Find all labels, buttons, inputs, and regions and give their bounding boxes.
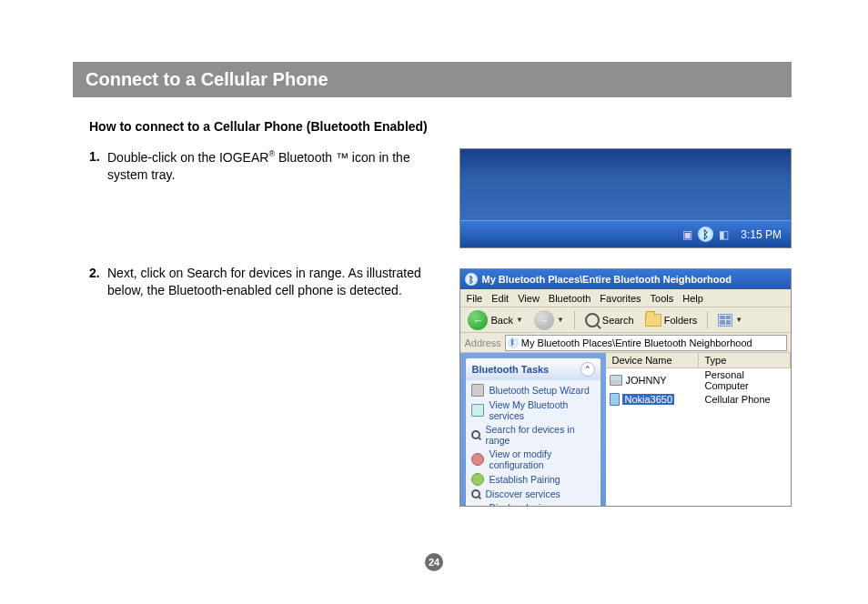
tasks-header[interactable]: Bluetooth Tasks ⌃ (466, 358, 601, 380)
tasks-panel: Bluetooth Tasks ⌃ Bluetooth Setup Wizard… (460, 353, 606, 506)
network-icon: ◧ (716, 226, 732, 242)
device-type-label: Personal Computer (699, 369, 791, 391)
menu-file[interactable]: File (466, 293, 482, 304)
toolbar: ← Back ▼ → ▼ Search Folde (460, 307, 791, 333)
task-item[interactable]: Display device properties (471, 502, 595, 506)
chevron-down-icon: ▼ (557, 316, 564, 324)
task-icon (471, 453, 484, 466)
task-icon (471, 404, 484, 417)
forward-arrow-icon: → (534, 310, 554, 330)
address-path-text: My Bluetooth Places\Entire Bluetooth Nei… (521, 337, 752, 348)
task-item[interactable]: Bluetooth Setup Wizard (471, 384, 595, 397)
chevron-up-icon: ⌃ (580, 362, 595, 377)
menu-help[interactable]: Help (682, 293, 703, 304)
col-type[interactable]: Type (699, 353, 791, 367)
search-icon (585, 313, 600, 327)
task-item[interactable]: Discover services (471, 488, 595, 499)
task-icon (471, 473, 484, 486)
task-icon (471, 384, 484, 397)
phone-icon (610, 393, 620, 406)
step-1: 1. Double-click on the IOGEAR® Bluetooth… (89, 148, 434, 183)
search-button[interactable]: Search (581, 311, 638, 329)
menu-tools[interactable]: Tools (651, 293, 674, 304)
step-2: 2. Next, click on Search for devices in … (89, 265, 434, 299)
system-clock: 3:15 PM (737, 228, 785, 241)
folder-icon (645, 314, 661, 327)
bluetooth-icon[interactable]: ᛒ (698, 226, 713, 242)
device-row[interactable]: JOHNNYPersonal Computer (606, 368, 791, 392)
menu-favorites[interactable]: Favorites (600, 293, 641, 304)
back-button[interactable]: ← Back ▼ (464, 308, 526, 332)
page-number-badge: 24 (425, 553, 443, 571)
step-2-num: 2. (89, 265, 107, 299)
menu-bar: File Edit View Bluetooth Favorites Tools… (460, 289, 791, 307)
bluetooth-icon: ᛒ (508, 337, 519, 348)
window-titlebar: ᛒ My Bluetooth Places\Entire Bluetooth N… (460, 269, 791, 289)
computer-icon (610, 375, 622, 386)
toolbar-separator (574, 311, 575, 329)
step-1-num: 1. (89, 148, 107, 183)
task-label: Discover services (485, 488, 560, 499)
page-title: Connect to a Cellular Phone (73, 62, 792, 97)
menu-bluetooth[interactable]: Bluetooth (549, 293, 590, 304)
step-2-text: Next, click on Search for devices in ran… (107, 265, 434, 299)
toolbar-separator (707, 311, 708, 329)
task-label: View or modify configuration (489, 448, 595, 470)
column-headers: Device Name Type (606, 353, 791, 368)
task-label: View My Bluetooth services (489, 399, 595, 421)
bluetooth-icon: ᛒ (465, 273, 478, 286)
chevron-down-icon: ▼ (516, 316, 523, 324)
tray-icons: ▣ ᛒ ◧ (680, 226, 732, 242)
task-item[interactable]: Establish Pairing (471, 473, 595, 486)
menu-edit[interactable]: Edit (491, 293, 509, 304)
task-item[interactable]: View My Bluetooth services (471, 399, 595, 421)
address-bar: Address ᛒ My Bluetooth Places\Entire Blu… (460, 333, 791, 353)
task-label: Bluetooth Setup Wizard (489, 385, 589, 396)
folders-button[interactable]: Folders (641, 312, 701, 328)
system-tray-screenshot: ▣ ᛒ ◧ 3:15 PM (459, 148, 792, 248)
step-1-text: Double-click on the IOGEAR® Bluetooth ™ … (107, 148, 434, 183)
window-title-text: My Bluetooth Places\Entire Bluetooth Nei… (481, 274, 731, 285)
back-arrow-icon: ← (468, 310, 488, 330)
device-name-label: Nokia3650 (622, 394, 674, 405)
task-item[interactable]: Search for devices in range (471, 424, 595, 446)
col-device-name[interactable]: Device Name (606, 353, 699, 367)
shield-icon: ▣ (680, 226, 695, 242)
menu-view[interactable]: View (518, 293, 540, 304)
task-label: Search for devices in range (485, 424, 595, 446)
device-name-label: JOHNNY (625, 375, 666, 386)
explorer-window: ᛒ My Bluetooth Places\Entire Bluetooth N… (459, 268, 792, 507)
device-type-label: Cellular Phone (699, 394, 791, 405)
taskbar: ▣ ᛒ ◧ 3:15 PM (460, 220, 791, 247)
task-label: Establish Pairing (489, 474, 560, 485)
task-icon (471, 430, 480, 439)
address-field[interactable]: ᛒ My Bluetooth Places\Entire Bluetooth N… (505, 335, 787, 351)
task-icon (471, 489, 480, 498)
file-list: Device Name Type JOHNNYPersonal Computer… (606, 353, 791, 506)
forward-button[interactable]: → ▼ (530, 308, 568, 332)
views-icon (718, 314, 732, 327)
task-label: Display device properties (489, 502, 595, 506)
address-label: Address (464, 337, 500, 348)
device-row[interactable]: Nokia3650Cellular Phone (606, 392, 791, 407)
task-item[interactable]: View or modify configuration (471, 448, 595, 470)
section-subhead: How to connect to a Cellular Phone (Blue… (89, 119, 792, 134)
chevron-down-icon: ▼ (735, 316, 742, 324)
views-button[interactable]: ▼ (714, 312, 746, 328)
